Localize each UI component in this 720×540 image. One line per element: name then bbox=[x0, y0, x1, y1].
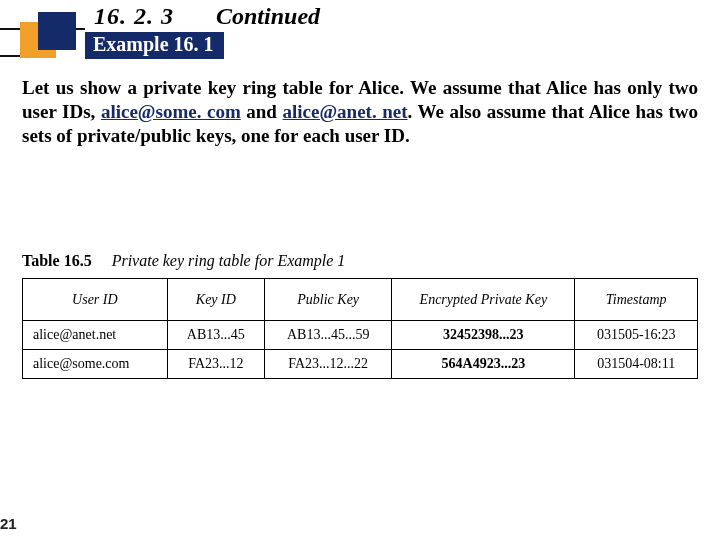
cell-key-id: FA23...12 bbox=[167, 350, 264, 379]
page-number: 21 bbox=[0, 515, 17, 532]
para-text-2: and bbox=[241, 101, 283, 122]
section-number: 16. 2. 3 bbox=[94, 3, 174, 30]
table-caption-title: Private key ring table for Example 1 bbox=[112, 252, 346, 269]
body-paragraph: Let us show a private key ring table for… bbox=[22, 76, 698, 147]
decor-square-navy bbox=[38, 12, 76, 50]
cell-timestamp: 031505-16:23 bbox=[575, 321, 698, 350]
email-link-1[interactable]: alice@some. com bbox=[101, 101, 241, 122]
cell-enc-private-key: 32452398...23 bbox=[392, 321, 575, 350]
col-enc-private-key: Encrypted Private Key bbox=[392, 279, 575, 321]
col-user-id: User ID bbox=[23, 279, 168, 321]
col-key-id: Key ID bbox=[167, 279, 264, 321]
cell-public-key: AB13...45...59 bbox=[264, 321, 391, 350]
cell-key-id: AB13...45 bbox=[167, 321, 264, 350]
table-row: alice@some.com FA23...12 FA23...12...22 … bbox=[23, 350, 698, 379]
table-caption-label: Table 16.5 bbox=[22, 252, 92, 269]
section-continued: Continued bbox=[216, 3, 320, 30]
cell-timestamp: 031504-08:11 bbox=[575, 350, 698, 379]
slide-header: 16. 2. 3 Continued Example 16. 1 bbox=[0, 0, 720, 58]
cell-enc-private-key: 564A4923...23 bbox=[392, 350, 575, 379]
table-header-row: User ID Key ID Public Key Encrypted Priv… bbox=[23, 279, 698, 321]
cell-user-id: alice@some.com bbox=[23, 350, 168, 379]
col-timestamp: Timestamp bbox=[575, 279, 698, 321]
table-caption: Table 16.5 Private key ring table for Ex… bbox=[22, 252, 345, 270]
cell-user-id: alice@anet.net bbox=[23, 321, 168, 350]
col-public-key: Public Key bbox=[264, 279, 391, 321]
example-label: Example 16. 1 bbox=[85, 32, 224, 59]
key-ring-table: User ID Key ID Public Key Encrypted Priv… bbox=[22, 278, 698, 379]
email-link-2[interactable]: alice@anet. net bbox=[283, 101, 408, 122]
cell-public-key: FA23...12...22 bbox=[264, 350, 391, 379]
table-row: alice@anet.net AB13...45 AB13...45...59 … bbox=[23, 321, 698, 350]
